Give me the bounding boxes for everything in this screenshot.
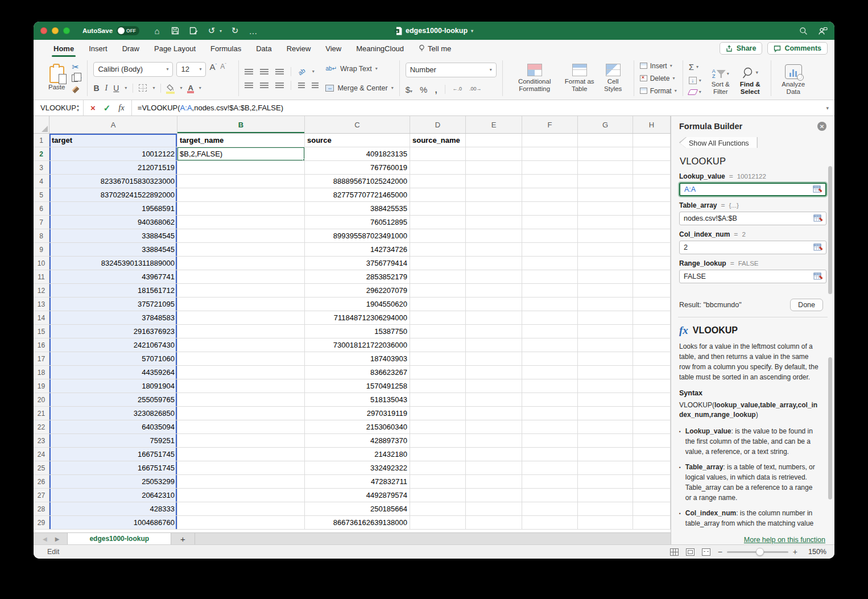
- cell-F23[interactable]: [522, 434, 578, 448]
- page-break-view-icon[interactable]: [702, 548, 710, 556]
- row-header-29[interactable]: 29: [34, 516, 49, 530]
- cell-B11[interactable]: [177, 270, 305, 284]
- cell-B4[interactable]: [177, 175, 305, 188]
- format-as-table-button[interactable]: Format as Table: [561, 64, 598, 93]
- cell-F25[interactable]: [522, 461, 578, 475]
- cell-B17[interactable]: [177, 352, 305, 366]
- cell-A26[interactable]: 25053299: [49, 475, 177, 489]
- cell-D17[interactable]: [410, 352, 466, 366]
- cell-E1[interactable]: [466, 134, 522, 147]
- normal-view-icon[interactable]: [670, 548, 679, 556]
- field-input-col_index_num[interactable]: 2: [679, 241, 826, 254]
- cell-B16[interactable]: [177, 338, 305, 352]
- cell-A17[interactable]: 57071060: [49, 352, 177, 366]
- cell-H16[interactable]: [633, 338, 671, 352]
- range-picker-icon[interactable]: [813, 214, 823, 222]
- cell-A21[interactable]: 3230826850: [49, 407, 177, 420]
- cell-A8[interactable]: 33884545: [49, 229, 177, 243]
- font-name-select[interactable]: Calibri (Body)▾: [93, 62, 173, 77]
- cell-A6[interactable]: 19568591: [49, 202, 177, 216]
- insert-cells-button[interactable]: Insert▾: [640, 62, 677, 70]
- cell-H13[interactable]: [633, 298, 671, 311]
- cell-B23[interactable]: [177, 434, 305, 448]
- cell-E10[interactable]: [466, 257, 522, 270]
- cell-E6[interactable]: [466, 202, 522, 216]
- show-all-functions-button[interactable]: Show All Functions: [679, 138, 758, 148]
- row-header-20[interactable]: 20: [34, 393, 49, 407]
- cell-G26[interactable]: [578, 475, 633, 489]
- row-header-6[interactable]: 6: [34, 202, 49, 216]
- cell-G10[interactable]: [578, 257, 633, 270]
- cell-A19[interactable]: 18091904: [49, 379, 177, 393]
- cell-E14[interactable]: [466, 311, 522, 325]
- row-header-25[interactable]: 25: [34, 461, 49, 475]
- cell-E11[interactable]: [466, 270, 522, 284]
- cell-F22[interactable]: [522, 420, 578, 434]
- cell-E19[interactable]: [466, 379, 522, 393]
- cell-E28[interactable]: [466, 502, 522, 516]
- cell-D4[interactable]: [410, 175, 466, 188]
- cell-F21[interactable]: [522, 407, 578, 420]
- cell-C29[interactable]: 866736162639138000: [305, 516, 410, 530]
- home-icon[interactable]: ⌂: [152, 26, 162, 36]
- tab-page-layout[interactable]: Page Layout: [147, 40, 203, 57]
- cell-H6[interactable]: [633, 202, 671, 216]
- zoom-out-icon[interactable]: −: [718, 547, 722, 556]
- cell-A25[interactable]: 166751745: [49, 461, 177, 475]
- cell-G17[interactable]: [578, 352, 633, 366]
- cell-D23[interactable]: [410, 434, 466, 448]
- cell-C3[interactable]: 767760019: [305, 161, 410, 175]
- cell-B27[interactable]: [177, 489, 305, 502]
- cell-H24[interactable]: [633, 448, 671, 461]
- cell-F5[interactable]: [522, 188, 578, 202]
- cell-H8[interactable]: [633, 229, 671, 243]
- save-icon[interactable]: [170, 27, 180, 35]
- row-header-8[interactable]: 8: [34, 229, 49, 243]
- tab-draw[interactable]: Draw: [115, 40, 147, 57]
- cell-A28[interactable]: 428333: [49, 502, 177, 516]
- row-header-11[interactable]: 11: [34, 270, 49, 284]
- insert-function-icon[interactable]: fx: [118, 103, 124, 113]
- cell-E17[interactable]: [466, 352, 522, 366]
- cell-F8[interactable]: [522, 229, 578, 243]
- column-header-D[interactable]: D: [410, 116, 466, 133]
- cell-D28[interactable]: [410, 502, 466, 516]
- format-cells-button[interactable]: Format▾: [640, 87, 677, 95]
- minimize-window-button[interactable]: [52, 27, 59, 34]
- sheet-nav-left-icon[interactable]: ◀: [43, 536, 47, 542]
- copy-button[interactable]: ▾: [72, 73, 81, 84]
- field-input-range_lookup[interactable]: FALSE: [679, 270, 826, 283]
- row-header-1[interactable]: 1: [34, 134, 49, 147]
- cell-A23[interactable]: 759251: [49, 434, 177, 448]
- cell-D29[interactable]: [410, 516, 466, 530]
- cell-F13[interactable]: [522, 298, 578, 311]
- cell-E21[interactable]: [466, 407, 522, 420]
- cell-E9[interactable]: [466, 243, 522, 257]
- cell-A18[interactable]: 44359264: [49, 366, 177, 379]
- cell-C17[interactable]: 187403903: [305, 352, 410, 366]
- row-header-15[interactable]: 15: [34, 325, 49, 338]
- cell-C18[interactable]: 836623267: [305, 366, 410, 379]
- percent-format-icon[interactable]: %: [420, 85, 427, 94]
- font-size-select[interactable]: 12▾: [176, 62, 206, 77]
- decrease-indent-icon[interactable]: [298, 82, 305, 88]
- name-box[interactable]: VLOOKUP ▲▼: [34, 100, 84, 115]
- column-header-B[interactable]: B: [177, 116, 305, 133]
- align-middle-icon[interactable]: [260, 69, 268, 75]
- cell-B25[interactable]: [177, 461, 305, 475]
- italic-icon[interactable]: I: [105, 84, 108, 93]
- cell-A12[interactable]: 181561712: [49, 284, 177, 298]
- cell-E16[interactable]: [466, 338, 522, 352]
- cell-C11[interactable]: 2853852179: [305, 270, 410, 284]
- conditional-formatting-button[interactable]: Conditional Formatting: [509, 64, 561, 93]
- row-header-26[interactable]: 26: [34, 475, 49, 489]
- cell-B1[interactable]: target_name: [177, 134, 305, 147]
- cell-C27[interactable]: 4492879574: [305, 489, 410, 502]
- title-chevron-icon[interactable]: ▾: [471, 28, 473, 34]
- cell-B6[interactable]: [177, 202, 305, 216]
- cell-styles-button[interactable]: Cell Styles: [598, 64, 628, 93]
- cell-E12[interactable]: [466, 284, 522, 298]
- cell-F3[interactable]: [522, 161, 578, 175]
- cell-E7[interactable]: [466, 216, 522, 229]
- cell-B12[interactable]: [177, 284, 305, 298]
